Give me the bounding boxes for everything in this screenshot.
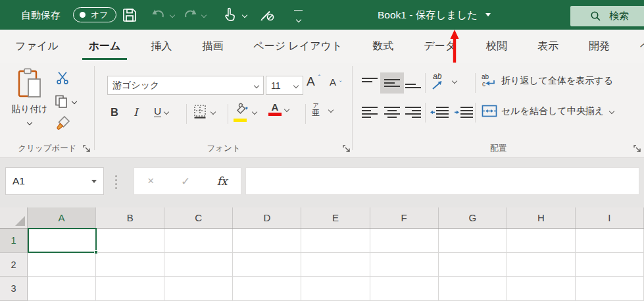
cell[interactable] xyxy=(233,253,301,277)
cell[interactable] xyxy=(96,229,164,253)
column-header-i[interactable]: I xyxy=(576,207,644,228)
align-top-button[interactable] xyxy=(362,76,378,90)
column-header-e[interactable]: E xyxy=(301,207,370,228)
worksheet-grid: A B C D E F G H I 1 2 xyxy=(0,207,644,301)
cell[interactable] xyxy=(164,277,233,301)
cell[interactable] xyxy=(439,253,507,277)
underline-button[interactable]: U xyxy=(154,106,168,117)
tab-draw[interactable]: 描画 xyxy=(187,30,238,63)
undo-button[interactable] xyxy=(151,0,174,30)
select-all-button[interactable] xyxy=(0,207,28,228)
tab-formulas[interactable]: 数式 xyxy=(357,30,409,63)
decrease-indent-button[interactable] xyxy=(430,106,449,119)
row-header-3[interactable]: 3 xyxy=(0,277,28,301)
customize-qat-button[interactable] xyxy=(293,10,303,24)
column-header-g[interactable]: G xyxy=(439,207,507,228)
formula-input[interactable] xyxy=(245,167,639,195)
column-header-h[interactable]: H xyxy=(507,207,576,228)
bold-button[interactable]: B xyxy=(111,106,118,119)
copy-button[interactable] xyxy=(54,94,76,109)
tab-page-layout[interactable]: ページ レイアウト xyxy=(238,30,357,63)
cell[interactable] xyxy=(164,229,233,253)
font-dialog-launcher[interactable] xyxy=(343,144,351,153)
tab-file[interactable]: ファイル xyxy=(0,30,74,63)
column-header-f[interactable]: F xyxy=(370,207,439,228)
redo-chevron-icon xyxy=(201,12,207,17)
column-header-d[interactable]: D xyxy=(233,207,301,228)
insert-function-button[interactable]: fx xyxy=(217,175,228,188)
tab-review[interactable]: 校閲 xyxy=(471,30,522,63)
align-middle-button[interactable] xyxy=(380,72,404,94)
tab-home[interactable]: ホーム xyxy=(74,30,136,63)
row-header-2[interactable]: 2 xyxy=(0,253,28,277)
cell[interactable] xyxy=(507,253,576,277)
increase-font-button[interactable]: Aˆ xyxy=(307,74,320,89)
align-bottom-button[interactable] xyxy=(405,76,421,90)
cell[interactable] xyxy=(96,253,164,277)
font-size-select[interactable]: 11 xyxy=(266,76,303,95)
fill-color-button[interactable] xyxy=(234,102,257,122)
column-header-b[interactable]: B xyxy=(96,207,164,228)
tab-view[interactable]: 表示 xyxy=(522,30,574,63)
document-title[interactable]: Book1 - 保存しました xyxy=(378,0,491,30)
cell[interactable] xyxy=(370,253,439,277)
cell[interactable] xyxy=(576,253,644,277)
cell[interactable] xyxy=(370,277,439,301)
paste-button[interactable]: 貼り付け xyxy=(8,68,51,134)
italic-button[interactable]: I xyxy=(134,106,137,119)
cell[interactable] xyxy=(301,277,370,301)
draw-button[interactable] xyxy=(259,0,276,30)
merge-center-button[interactable]: セルを結合して中央揃え xyxy=(482,105,614,117)
cell[interactable] xyxy=(301,229,370,253)
fill-handle[interactable] xyxy=(94,250,98,254)
tab-insert[interactable]: 挿入 xyxy=(136,30,187,63)
merge-cells-icon xyxy=(482,105,497,117)
align-center-button[interactable] xyxy=(384,106,400,119)
orientation-button[interactable]: ab xyxy=(432,73,457,89)
clipboard-dialog-launcher[interactable] xyxy=(83,144,91,153)
cut-button[interactable] xyxy=(55,70,70,85)
enter-button[interactable]: ✓ xyxy=(181,175,190,188)
cell[interactable] xyxy=(28,253,96,277)
cancel-button[interactable]: × xyxy=(147,175,154,188)
autosave-toggle[interactable]: オフ xyxy=(73,7,116,22)
cell[interactable] xyxy=(28,277,96,301)
save-button[interactable] xyxy=(122,0,137,30)
redo-button[interactable] xyxy=(182,0,206,30)
cell[interactable] xyxy=(370,229,439,253)
row-header-1[interactable]: 1 xyxy=(0,229,28,253)
alignment-dialog-launcher[interactable] xyxy=(633,144,642,153)
decrease-font-button[interactable]: Aˇ xyxy=(330,76,341,88)
cell[interactable] xyxy=(233,229,301,253)
name-box[interactable]: A1 xyxy=(5,167,104,195)
align-left-button[interactable] xyxy=(362,106,378,119)
search-box[interactable]: 検索 xyxy=(570,6,644,26)
touch-mouse-mode-button[interactable] xyxy=(222,0,247,30)
cell[interactable] xyxy=(576,277,644,301)
font-color-button[interactable]: A xyxy=(268,102,289,116)
tab-developer[interactable]: 開発 xyxy=(574,30,625,63)
autosave-label: 自動保存 xyxy=(21,0,61,30)
cell[interactable] xyxy=(96,277,164,301)
cell[interactable] xyxy=(439,229,507,253)
column-header-a[interactable]: A xyxy=(28,207,96,228)
cell[interactable] xyxy=(507,229,576,253)
format-painter-button[interactable] xyxy=(55,115,71,131)
phonetic-guide-button[interactable]: ア 亜 xyxy=(312,103,333,117)
cell-a1[interactable] xyxy=(28,229,96,253)
column-header-c[interactable]: C xyxy=(164,207,233,228)
wrap-text-button[interactable]: ab c 折り返して全体を表示する xyxy=(482,73,613,89)
borders-button[interactable] xyxy=(192,103,215,120)
increase-indent-button[interactable] xyxy=(455,106,473,119)
cell[interactable] xyxy=(233,277,301,301)
align-right-button[interactable] xyxy=(405,106,421,119)
font-name-select[interactable]: 游ゴシック xyxy=(107,76,264,95)
tab-data[interactable]: データ xyxy=(409,30,471,63)
formula-bar-grip[interactable] xyxy=(115,175,117,189)
cell[interactable] xyxy=(439,277,507,301)
cell[interactable] xyxy=(507,277,576,301)
tab-help[interactable]: ヘルプ xyxy=(625,30,644,63)
cell[interactable] xyxy=(301,253,370,277)
cell[interactable] xyxy=(164,253,233,277)
cell[interactable] xyxy=(576,229,644,253)
